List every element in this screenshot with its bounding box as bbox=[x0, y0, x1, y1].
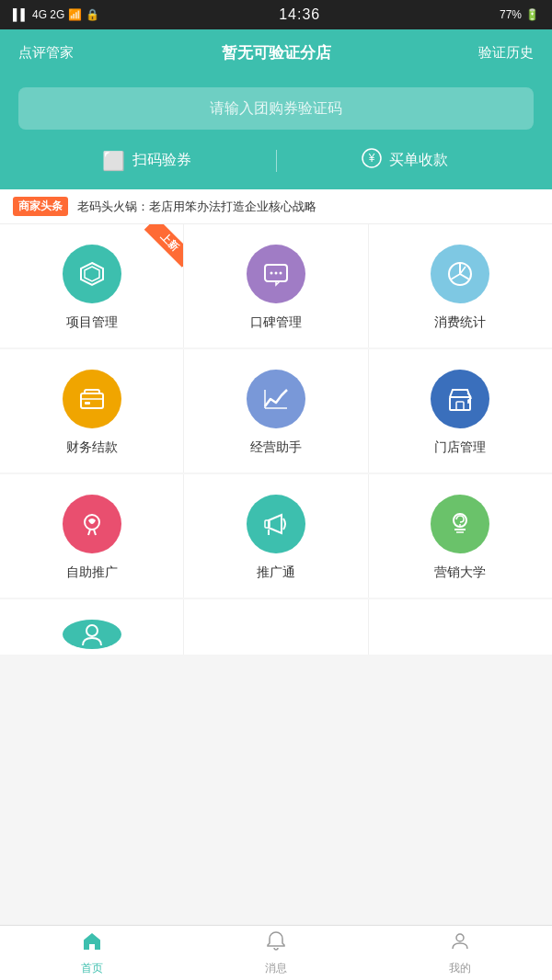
grid-cell-marketing[interactable]: 营销大学 bbox=[369, 474, 552, 598]
grid-cell-partial-3[interactable] bbox=[369, 599, 552, 655]
battery-icon: 🔋 bbox=[525, 8, 539, 21]
voucher-input[interactable] bbox=[37, 100, 515, 117]
marketing-icon-wrap bbox=[431, 495, 489, 553]
grid-cell-ads[interactable]: 推广通 bbox=[184, 474, 368, 598]
svg-point-3 bbox=[270, 272, 272, 275]
svg-rect-7 bbox=[81, 393, 103, 408]
svg-rect-16 bbox=[265, 520, 270, 528]
grid-cell-store[interactable]: 门店管理 bbox=[369, 349, 552, 473]
signal-area: ▌▌ 4G 2G 📶 🔒 bbox=[13, 8, 99, 21]
svg-rect-13 bbox=[456, 402, 464, 410]
grid-cell-finance[interactable]: 财务结款 bbox=[0, 349, 184, 473]
svg-point-20 bbox=[456, 934, 464, 941]
grid-cell-partial-1[interactable] bbox=[0, 599, 184, 655]
grid-cell-reputation[interactable]: 口碑管理 bbox=[184, 224, 368, 348]
top-nav: 点评管家 暂无可验证分店 验证历史 bbox=[0, 29, 552, 76]
signal-label: 4G 2G bbox=[32, 8, 64, 21]
news-tag: 商家头条 bbox=[13, 197, 68, 216]
marketing-label: 营销大学 bbox=[434, 564, 486, 581]
partial-icon-1 bbox=[63, 620, 121, 649]
scan-icon: ⬜ bbox=[102, 150, 125, 172]
status-bar: ▌▌ 4G 2G 📶 🔒 14:36 77% 🔋 bbox=[0, 0, 552, 29]
pay-label: 买单收款 bbox=[389, 151, 448, 170]
battery-label: 77% bbox=[500, 8, 522, 21]
grid-container: 上新 项目管理 口碑管理 bbox=[0, 224, 552, 655]
lock-icon: 🔒 bbox=[86, 8, 99, 21]
nav-title: 暂无可验证分店 bbox=[222, 42, 331, 63]
voucher-section bbox=[0, 76, 552, 148]
nav-left[interactable]: 点评管家 bbox=[18, 44, 74, 62]
profile-label: 我的 bbox=[449, 961, 471, 976]
store-label: 门店管理 bbox=[434, 439, 486, 456]
ads-icon-wrap bbox=[247, 495, 305, 553]
voucher-input-wrap[interactable] bbox=[18, 87, 534, 130]
svg-rect-9 bbox=[85, 402, 90, 405]
svg-point-19 bbox=[86, 625, 98, 636]
scan-label: 扫码验券 bbox=[132, 151, 191, 170]
ribbon-badge: 上新 bbox=[144, 224, 183, 268]
grid-row-4-partial bbox=[0, 599, 552, 655]
home-label: 首页 bbox=[81, 961, 103, 976]
grid-row-3: 自助推广 推广通 bbox=[0, 474, 552, 598]
svg-text:¥: ¥ bbox=[368, 152, 375, 165]
finance-icon-wrap bbox=[63, 370, 121, 428]
grid-cell-operations[interactable]: 经营助手 bbox=[184, 349, 368, 473]
battery-area: 77% 🔋 bbox=[500, 8, 539, 21]
promotion-label: 自助推广 bbox=[66, 564, 118, 581]
news-banner[interactable]: 商家头条 老码头火锅：老店用笨办法打造企业核心战略 bbox=[0, 189, 552, 224]
stats-icon-wrap bbox=[431, 245, 489, 303]
wifi-icon: 📶 bbox=[68, 8, 82, 21]
svg-point-5 bbox=[279, 272, 282, 275]
finance-label: 财务结款 bbox=[66, 439, 118, 456]
pay-button[interactable]: ¥ 买单收款 bbox=[277, 148, 535, 173]
reputation-label: 口碑管理 bbox=[250, 314, 302, 331]
svg-point-4 bbox=[274, 272, 277, 275]
project-icon-wrap bbox=[63, 245, 121, 303]
news-text: 老码头火锅：老店用笨办法打造企业核心战略 bbox=[77, 199, 316, 215]
profile-icon bbox=[449, 930, 471, 958]
operations-label: 经营助手 bbox=[250, 439, 302, 456]
grid-row-1: 上新 项目管理 口碑管理 bbox=[0, 224, 552, 348]
grid-cell-partial-2[interactable] bbox=[184, 599, 368, 655]
home-icon bbox=[81, 930, 103, 958]
bottom-nav-messages[interactable]: 消息 bbox=[184, 926, 368, 980]
stats-label: 消费统计 bbox=[434, 314, 486, 331]
signal-icon: ▌▌ bbox=[13, 8, 29, 21]
scan-button[interactable]: ⬜ 扫码验券 bbox=[18, 150, 276, 172]
project-label: 项目管理 bbox=[66, 314, 118, 331]
bottom-nav-profile[interactable]: 我的 bbox=[368, 926, 552, 980]
grid-cell-promotion[interactable]: 自助推广 bbox=[0, 474, 184, 598]
grid-row-2: 财务结款 经营助手 bbox=[0, 349, 552, 473]
bottom-nav: 首页 消息 我的 bbox=[0, 925, 552, 980]
ads-label: 推广通 bbox=[257, 564, 295, 581]
action-row: ⬜ 扫码验券 ¥ 买单收款 bbox=[0, 148, 552, 189]
nav-right[interactable]: 验证历史 bbox=[478, 44, 534, 62]
messages-label: 消息 bbox=[265, 961, 287, 976]
operations-icon-wrap bbox=[247, 370, 305, 428]
store-icon-wrap bbox=[431, 370, 489, 428]
grid-cell-stats[interactable]: 消费统计 bbox=[369, 224, 552, 348]
pay-icon: ¥ bbox=[362, 148, 382, 173]
bell-icon bbox=[265, 930, 287, 958]
clock: 14:36 bbox=[279, 6, 320, 23]
reputation-icon-wrap bbox=[247, 245, 305, 303]
svg-point-18 bbox=[459, 524, 461, 526]
svg-rect-12 bbox=[450, 397, 470, 410]
promotion-icon-wrap bbox=[63, 495, 121, 553]
grid-cell-project[interactable]: 上新 项目管理 bbox=[0, 224, 184, 348]
bottom-nav-home[interactable]: 首页 bbox=[0, 926, 184, 980]
ribbon-wrap: 上新 bbox=[135, 224, 183, 272]
